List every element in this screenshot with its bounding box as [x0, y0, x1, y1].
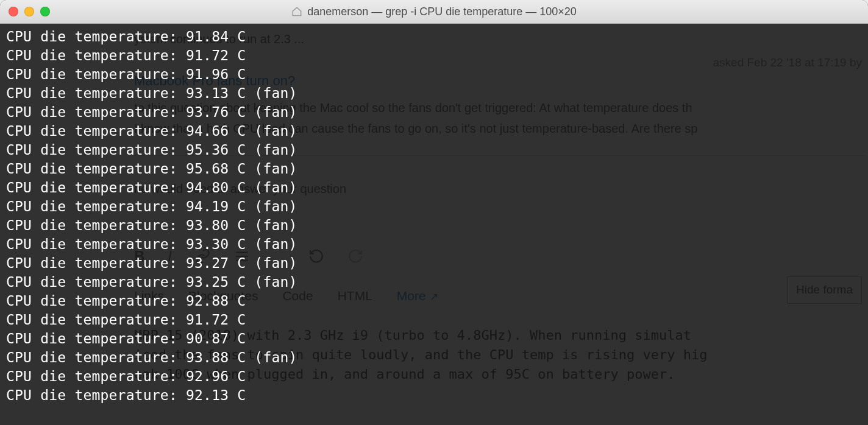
terminal-line: CPU die temperature: 93.25 C (fan): [6, 273, 868, 292]
terminal-line: CPU die temperature: 93.27 C (fan): [6, 254, 868, 273]
terminal-line: CPU die temperature: 94.19 C (fan): [6, 197, 868, 216]
terminal-line: CPU die temperature: 93.76 C (fan): [6, 103, 868, 122]
zoom-button[interactable]: [40, 7, 50, 16]
terminal-titlebar[interactable]: danemerson — grep -i CPU die temperature…: [0, 0, 868, 24]
terminal-line: CPU die temperature: 91.96 C: [6, 65, 868, 84]
terminal-line: CPU die temperature: 94.80 C (fan): [6, 178, 868, 197]
terminal-line: CPU die temperature: 91.84 C: [6, 27, 868, 46]
terminal-line: CPU die temperature: 95.68 C (fan): [6, 160, 868, 178]
terminal-line: CPU die temperature: 94.66 C (fan): [6, 122, 868, 141]
terminal-line: CPU die temperature: 92.96 C: [6, 367, 868, 386]
terminal-line: CPU die temperature: 92.13 C: [6, 386, 868, 405]
terminal-line: CPU die temperature: 93.80 C (fan): [6, 216, 868, 235]
terminal-line: CPU die temperature: 93.13 C (fan): [6, 84, 868, 103]
terminal-line: CPU die temperature: 93.88 C (fan): [6, 348, 868, 367]
terminal-body[interactable]: CPU die temperature: 91.84 CCPU die temp…: [0, 24, 868, 425]
terminal-line: CPU die temperature: 95.36 C (fan): [6, 141, 868, 160]
window-title: danemerson — grep -i CPU die temperature…: [0, 5, 868, 18]
home-icon: [291, 6, 302, 17]
minimize-button[interactable]: [24, 7, 34, 16]
traffic-lights: [9, 7, 50, 16]
terminal-window: danemerson — grep -i CPU die temperature…: [0, 0, 868, 425]
terminal-line: CPU die temperature: 93.30 C (fan): [6, 235, 868, 254]
terminal-line: CPU die temperature: 90.87 C: [6, 329, 868, 348]
terminal-line: CPU die temperature: 91.72 C: [6, 311, 868, 329]
close-button[interactable]: [9, 7, 18, 16]
terminal-line: CPU die temperature: 91.72 C: [6, 46, 868, 65]
terminal-line: CPU die temperature: 92.88 C: [6, 292, 868, 311]
